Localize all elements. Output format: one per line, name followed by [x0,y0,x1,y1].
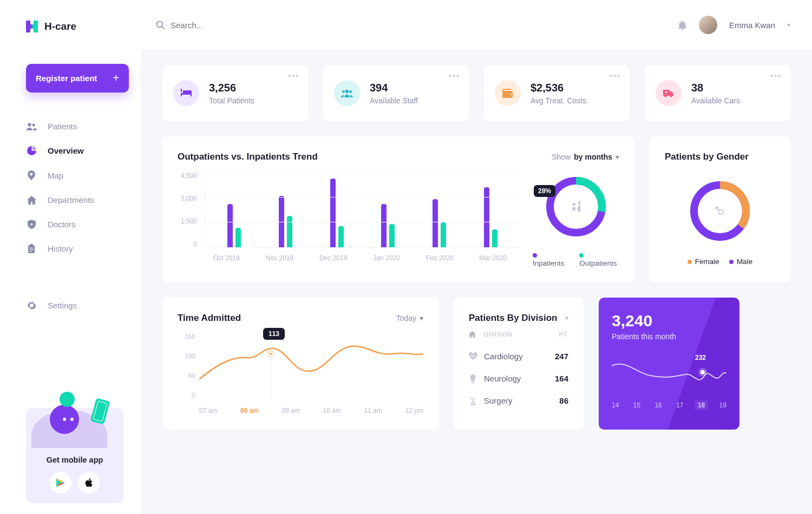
svg-point-6 [349,90,352,93]
division-row-icon [469,352,484,360]
trend-selector-value: by months [574,153,612,161]
bars-area [205,172,520,248]
nav-patients[interactable]: Patients [26,117,125,135]
nav-doctors[interactable]: Doctors [26,215,125,233]
admitted-card: Time Admitted Today ▾ 150100500 [162,298,438,430]
google-play-button[interactable] [50,472,71,493]
stats-row: ••• 3,256 Total Patients ••• 394 [162,65,790,121]
nav-settings[interactable]: Settings [26,296,125,314]
admitted-y-axis: 150100500 [178,333,195,398]
month-x-axis: 141516171819 [612,401,726,409]
gender-donut [685,176,755,246]
bed-icon [173,80,199,106]
svg-point-4 [345,89,349,93]
month-label: Patients this month [612,332,726,341]
gender-title: Patients by Gender [665,151,775,162]
month-value: 3,240 [612,312,726,330]
register-patient-label: Register patient [36,74,97,83]
svg-point-2 [157,21,163,27]
svg-point-1 [32,123,35,126]
tooltip-dot [269,352,273,356]
division-name: Surgery [484,396,547,405]
admitted-period-selector[interactable]: Today ▾ [396,314,423,322]
division-row[interactable]: Surgery86 [469,390,568,412]
division-row[interactable]: Neurology164 [469,367,568,390]
trend-donut: 28% Inpatients Outpatients [533,172,619,267]
nav-history[interactable]: History [26,240,125,258]
nav-departments[interactable]: Departments [26,191,125,209]
brand-name: H-care [44,21,76,32]
pie-icon [26,146,37,155]
user-name: Emma Kwan [729,21,775,30]
division-count: 247 [547,352,568,361]
nav-map[interactable]: Map [26,166,125,184]
nav-overview[interactable]: Overview [26,142,125,160]
wallet-icon [495,80,521,106]
card-menu[interactable]: ••• [449,71,460,80]
shield-icon [26,220,37,229]
avatar[interactable] [699,16,717,34]
stat-label: Available Cars [691,96,740,105]
topbar: Emma Kwan ▾ [141,0,812,50]
home-icon [469,331,484,338]
nav-patients-label: Patients [48,122,77,131]
stat-available-staff: ••• 394 Available Staff [323,65,469,121]
trend-title: Outpatients vs. Inpatients Trend [178,151,318,162]
chevron-down-icon[interactable]: ▾ [565,314,568,322]
svg-line-14 [717,208,719,210]
legend-female: Female [687,258,719,266]
trend-card: Outpatients vs. Inpatients Trend Show by… [162,136,634,282]
staff-icon [334,80,360,106]
nav-doctors-label: Doctors [48,220,76,229]
chevron-down-icon: ▾ [615,153,619,161]
card-menu[interactable]: ••• [770,71,782,80]
card-menu[interactable]: ••• [610,71,621,80]
division-row-icon [469,374,484,383]
stat-avg-cost: ••• $2,536 Avg Treat. Costs [484,65,630,121]
legend-male: Male [729,258,752,266]
division-row[interactable]: Cardiology247 [469,345,568,367]
division-name: Neurology [484,374,547,383]
donut-center-icon [541,172,611,241]
division-col-header: DIVISION [484,331,547,338]
spark-dot [700,370,705,374]
admitted-x-axis: 07 am08 am09 am10 am11 am12 pm [178,401,423,414]
register-patient-button[interactable]: Register patient + [26,64,129,93]
main: Emma Kwan ▾ ••• 3,256 Total Patients [141,0,812,514]
division-card: Patients By Division ▾ DIVISION PT. Card… [454,298,584,430]
bars-row [205,172,520,248]
chevron-down-icon: ▾ [420,314,423,322]
division-title: Patients By Division [469,313,557,324]
stat-total-patients: ••• 3,256 Total Patients [162,65,308,121]
stat-label: Avg Treat. Costs [531,96,586,105]
trend-x-axis: Oct 2019Nov 2019Dec 2019Jan 2020Feb 2020… [178,254,520,262]
gender-card: Patients by Gender Female Male [650,136,790,282]
nav-settings-label: Settings [48,301,77,310]
svg-point-0 [28,123,31,126]
app-store-button[interactable] [78,472,100,493]
legend-inpatients: Inpatients [533,251,567,267]
stat-value: $2,536 [531,82,586,94]
svg-point-10 [573,203,575,206]
patients-icon [26,123,37,130]
month-card: 3,240 Patients this month 232 1415161718… [599,298,739,430]
nav-overview-label: Overview [48,146,84,155]
spark-tooltip: 232 [695,354,706,361]
stat-value: 394 [370,82,418,94]
trend-period-selector[interactable]: Show by months ▾ [552,153,619,161]
pin-icon [26,170,37,180]
svg-point-9 [572,207,576,211]
division-rows: Cardiology247Neurology164Surgery86 [469,345,568,412]
pt-col-header: PT. [547,331,568,338]
card-menu[interactable]: ••• [288,71,299,80]
admitted-title: Time Admitted [178,313,241,324]
division-count: 164 [547,374,568,383]
admitted-chart: 150100500 113 07 am08 am09 am10 am11 am1… [178,333,423,414]
home-icon [26,196,37,205]
division-count: 86 [547,396,568,405]
bell-icon[interactable] [678,20,687,30]
search-input[interactable] [171,21,333,30]
stat-available-cars: ••• 38 Available Cars [645,65,790,121]
mobile-app-card: Get mobile app [26,408,123,503]
chevron-down-icon[interactable]: ▾ [787,21,790,29]
